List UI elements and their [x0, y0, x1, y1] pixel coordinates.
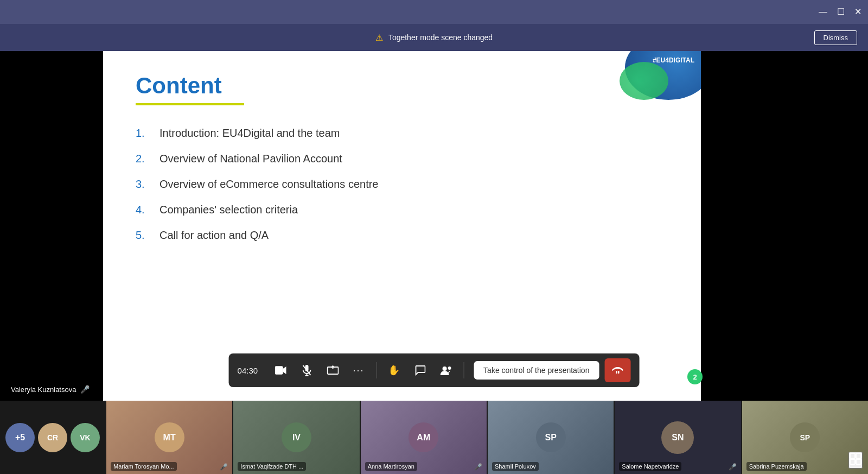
- participant-vk-avatar[interactable]: VK: [71, 423, 100, 452]
- svg-rect-9: [616, 371, 617, 374]
- end-call-button[interactable]: [604, 358, 630, 382]
- participant-name-sabrina: Sabrina Puzemskaja: [746, 462, 807, 471]
- meeting-toolbar: 04:30 ··· ✋: [229, 353, 640, 387]
- raise-hand-button[interactable]: ✋: [382, 358, 406, 382]
- dismiss-button[interactable]: Dismiss: [814, 30, 858, 45]
- video-tile-salome[interactable]: SN Salome Napetvaridze 🎤: [615, 401, 741, 474]
- toolbar-separator: [376, 362, 376, 378]
- participant-name-salome: Salome Napetvaridze: [619, 462, 681, 471]
- notification-badge: 2: [687, 369, 703, 384]
- svg-point-7: [442, 366, 446, 371]
- svg-point-8: [448, 366, 451, 370]
- video-tile-ismat[interactable]: IV Ismat Vaqifzade DTH ...: [233, 401, 359, 474]
- list-number-3: 3.: [136, 178, 151, 191]
- mic-icon: 🎤: [80, 385, 90, 394]
- list-item: 2. Overview of National Pavilion Account: [136, 153, 668, 165]
- minimize-button[interactable]: —: [819, 8, 827, 16]
- hashtag-label: #EU4DIGITAL: [653, 56, 694, 64]
- svg-rect-12: [856, 453, 861, 458]
- slide-title: Content: [136, 73, 668, 99]
- list-number-4: 4.: [136, 204, 151, 216]
- more-options-button[interactable]: ···: [347, 358, 371, 382]
- decoration-green-circle: [620, 62, 668, 100]
- toolbar-separator-2: [463, 362, 464, 378]
- camera-button[interactable]: [269, 358, 292, 382]
- participant-name-ismat: Ismat Vaqifzade DTH ...: [238, 462, 306, 471]
- speaker-name-tag: Valeryia Kuzniatsova 🎤: [11, 385, 90, 394]
- right-black-area: [701, 51, 868, 401]
- notification-bar: ⚠ Together mode scene changed Dismiss: [0, 24, 868, 51]
- share-screen-button[interactable]: [321, 358, 344, 382]
- layout-view-button[interactable]: [848, 452, 863, 469]
- slide-title-underline: [136, 103, 244, 105]
- list-number-5: 5.: [136, 229, 151, 242]
- list-item: 3. Overview of eCommerce consultations c…: [136, 178, 668, 191]
- video-tile-shamil[interactable]: SP Shamil Poluxov: [488, 401, 614, 474]
- more-participants-avatar[interactable]: +5: [5, 423, 35, 452]
- mic-indicator-mariam: 🎤: [220, 463, 228, 471]
- window-controls: — ☐ ✕: [819, 8, 861, 16]
- participants-button[interactable]: [434, 358, 458, 382]
- list-text-4: Companies' selection criteria: [159, 204, 298, 216]
- mute-button[interactable]: [295, 358, 318, 382]
- participant-strip: +5 CR VK MT Mariam Torosyan Mo... 🎤 IV I…: [0, 401, 868, 474]
- participant-name-anna: Anna Martirosyan: [365, 462, 417, 471]
- close-button[interactable]: ✕: [854, 8, 861, 16]
- slide-area: #EU4DIGITAL Content 1. Introduction: EU4…: [103, 51, 701, 401]
- video-tile-mariam[interactable]: MT Mariam Torosyan Mo... 🎤: [106, 401, 232, 474]
- list-number-2: 2.: [136, 153, 151, 165]
- list-number-1: 1.: [136, 127, 151, 140]
- list-item: 1. Introduction: EU4Digital and the team: [136, 127, 668, 140]
- video-tile-anna[interactable]: AM Anna Martirosyan 🎤: [361, 401, 487, 474]
- list-text-5: Call for action and Q/A: [159, 229, 269, 242]
- list-text-1: Introduction: EU4Digital and the team: [159, 127, 340, 140]
- slide-decoration: #EU4DIGITAL: [592, 51, 701, 105]
- maximize-button[interactable]: ☐: [837, 8, 845, 16]
- title-bar: — ☐ ✕: [0, 0, 868, 24]
- participant-cr-avatar[interactable]: CR: [38, 423, 67, 452]
- notification-text: Together mode scene changed: [388, 33, 493, 42]
- avatar-group: +5 CR VK: [0, 423, 105, 452]
- chat-button[interactable]: [408, 358, 432, 382]
- svg-rect-11: [850, 453, 855, 458]
- mic-indicator-anna: 🎤: [474, 463, 482, 471]
- participant-name-shamil: Shamil Poluxov: [492, 462, 539, 471]
- mic-indicator-salome: 🎤: [729, 463, 737, 471]
- left-black-area: [0, 51, 103, 401]
- svg-rect-13: [850, 459, 855, 464]
- call-timer: 04:30: [238, 366, 265, 375]
- warning-icon: ⚠: [375, 33, 383, 43]
- svg-rect-14: [856, 459, 861, 464]
- svg-rect-10: [618, 371, 620, 374]
- take-control-button[interactable]: Take control of the presentation: [474, 361, 599, 380]
- list-item: 5. Call for action and Q/A: [136, 229, 668, 242]
- list-item: 4. Companies' selection criteria: [136, 204, 668, 216]
- participant-name-mariam: Mariam Torosyan Mo...: [111, 462, 177, 471]
- main-area: #EU4DIGITAL Content 1. Introduction: EU4…: [0, 51, 868, 401]
- speaker-name: Valeryia Kuzniatsova: [11, 385, 76, 394]
- salome-avatar: SN: [661, 421, 694, 454]
- slide-list: 1. Introduction: EU4Digital and the team…: [136, 127, 668, 242]
- list-text-2: Overview of National Pavilion Account: [159, 153, 342, 165]
- list-text-3: Overview of eCommerce consultations cent…: [159, 178, 379, 191]
